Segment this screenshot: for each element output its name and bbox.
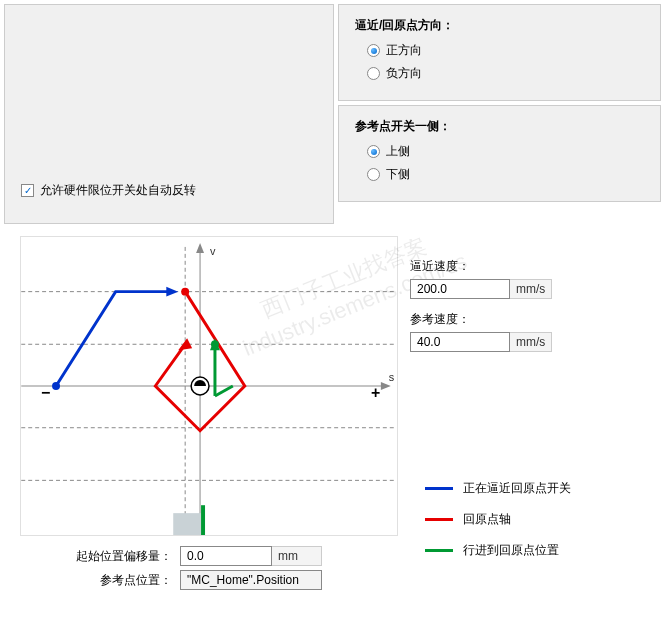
approach-speed-input[interactable] xyxy=(410,279,510,299)
legend-blue: 正在逼近回原点开关 xyxy=(425,480,571,497)
s-axis-label: s xyxy=(389,371,395,383)
swatch-red-icon xyxy=(425,518,453,521)
refside-title: 参考点开关一侧： xyxy=(355,118,644,135)
swatch-green-icon xyxy=(425,549,453,552)
legend: 正在逼近回原点开关 回原点轴 行进到回原点位置 xyxy=(425,480,571,573)
legend-red: 回原点轴 xyxy=(425,511,571,528)
radio-icon xyxy=(367,44,380,57)
radio-icon xyxy=(367,168,380,181)
svg-rect-18 xyxy=(173,513,201,535)
approach-speed-label: 逼近速度： xyxy=(410,258,552,275)
radio-icon xyxy=(367,67,380,80)
offset-input[interactable] xyxy=(180,546,272,566)
reverse-panel: ✓ 允许硬件限位开关处自动反转 xyxy=(4,4,334,224)
svg-rect-19 xyxy=(201,505,205,535)
ref-speed-label: 参考速度： xyxy=(410,311,552,328)
refside-upper[interactable]: 上侧 xyxy=(367,143,644,160)
refpos-input[interactable] xyxy=(180,570,322,590)
auto-reverse-checkbox[interactable]: ✓ 允许硬件限位开关处自动反转 xyxy=(21,182,196,199)
direction-negative[interactable]: 负方向 xyxy=(367,65,644,82)
offset-label: 起始位置偏移量： xyxy=(60,548,180,565)
legend-green: 行进到回原点位置 xyxy=(425,542,571,559)
svg-point-16 xyxy=(211,340,219,348)
swatch-blue-icon xyxy=(425,487,453,490)
svg-marker-3 xyxy=(381,382,391,390)
homing-graph: v s − + xyxy=(20,236,398,536)
direction-panel: 逼近/回原点方向： 正方向 负方向 xyxy=(338,4,661,101)
svg-text:−: − xyxy=(41,384,50,401)
refside-panel: 参考点开关一侧： 上侧 下侧 xyxy=(338,105,661,202)
radio-icon xyxy=(367,145,380,158)
approach-speed-unit: mm/s xyxy=(510,279,552,299)
check-icon: ✓ xyxy=(21,184,34,197)
svg-marker-12 xyxy=(166,287,178,297)
direction-positive[interactable]: 正方向 xyxy=(367,42,644,59)
refpos-label: 参考点位置： xyxy=(60,572,180,589)
offset-unit: mm xyxy=(272,546,322,566)
ref-speed-unit: mm/s xyxy=(510,332,552,352)
refside-lower[interactable]: 下侧 xyxy=(367,166,644,183)
svg-text:+: + xyxy=(371,384,380,401)
svg-marker-1 xyxy=(196,243,204,253)
v-axis-label: v xyxy=(210,245,216,257)
direction-title: 逼近/回原点方向： xyxy=(355,17,644,34)
auto-reverse-label: 允许硬件限位开关处自动反转 xyxy=(40,182,196,199)
ref-speed-input[interactable] xyxy=(410,332,510,352)
